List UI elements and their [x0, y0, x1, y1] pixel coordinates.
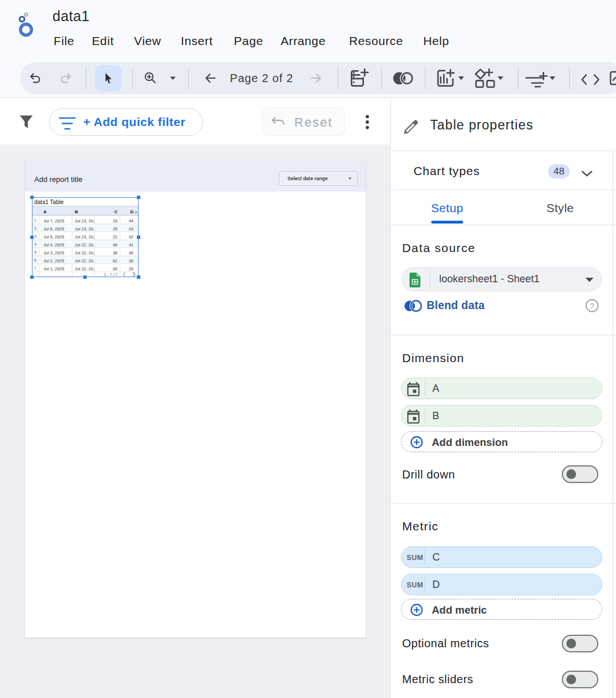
svg-text:?: ? [590, 302, 594, 310]
